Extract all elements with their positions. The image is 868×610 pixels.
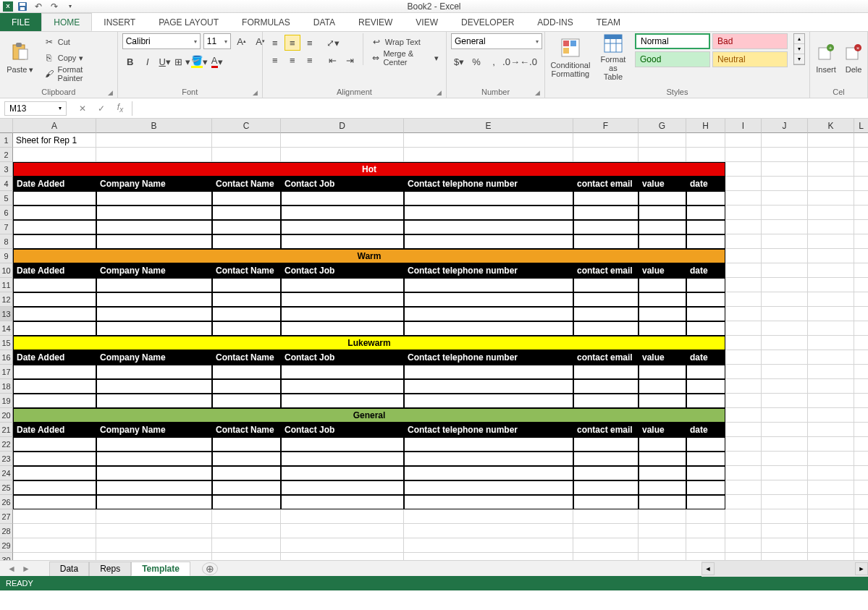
cell[interactable]	[686, 220, 725, 234]
cell[interactable]	[281, 437, 404, 452]
cell[interactable]	[639, 553, 686, 560]
cell-a1[interactable]: Sheet for Rep 1	[13, 133, 96, 148]
column-header-date-added[interactable]: Date Added	[13, 350, 96, 365]
cell[interactable]	[639, 133, 686, 148]
cell[interactable]	[404, 191, 573, 206]
cell[interactable]	[808, 206, 854, 220]
cell[interactable]	[404, 206, 573, 220]
cell[interactable]	[808, 336, 854, 350]
spreadsheet-grid[interactable]: ABCDEFGHIJKL 123456789101112131415161718…	[0, 119, 868, 560]
cell[interactable]	[725, 423, 762, 437]
cell[interactable]	[404, 466, 573, 480]
row-header-30[interactable]: 30	[0, 553, 13, 560]
cell[interactable]	[808, 452, 854, 466]
column-header-date[interactable]: date	[686, 177, 725, 191]
cell[interactable]	[96, 278, 212, 292]
row-header-25[interactable]: 25	[0, 480, 13, 495]
fx-button[interactable]: fx	[113, 101, 127, 116]
cell[interactable]	[762, 379, 808, 394]
cell[interactable]	[808, 191, 854, 206]
cell[interactable]	[686, 495, 725, 509]
cell[interactable]	[854, 206, 868, 220]
styles-scroll[interactable]: ▴▾▾	[793, 33, 805, 65]
cell[interactable]	[725, 350, 762, 365]
cell[interactable]	[854, 480, 868, 495]
cell[interactable]	[725, 538, 762, 553]
cell[interactable]	[573, 538, 639, 553]
ribbon-tab-insert[interactable]: INSERT	[92, 13, 147, 31]
cell[interactable]	[686, 148, 725, 162]
row-header-23[interactable]: 23	[0, 452, 13, 466]
col-header-J[interactable]: J	[762, 119, 808, 133]
sheet-tab-reps[interactable]: Reps	[89, 562, 131, 576]
section-band-hot[interactable]: Hot	[13, 162, 725, 177]
cell[interactable]	[281, 466, 404, 480]
cell[interactable]	[573, 206, 639, 220]
cell[interactable]	[725, 220, 762, 234]
cell[interactable]	[725, 553, 762, 560]
cell[interactable]	[404, 509, 573, 524]
cell[interactable]	[725, 452, 762, 466]
cell[interactable]	[854, 423, 868, 437]
cell[interactable]	[13, 278, 96, 292]
cell[interactable]	[639, 452, 686, 466]
row-header-13[interactable]: 13	[0, 307, 13, 321]
style-normal[interactable]: Normal	[635, 33, 710, 49]
cell[interactable]	[725, 336, 762, 350]
row-header-21[interactable]: 21	[0, 423, 13, 437]
cell[interactable]	[686, 321, 725, 336]
cell[interactable]	[762, 365, 808, 379]
row-header-6[interactable]: 6	[0, 206, 13, 220]
cell[interactable]	[686, 437, 725, 452]
cell[interactable]	[808, 538, 854, 553]
cell[interactable]	[212, 365, 281, 379]
column-header-contact-telephone-number[interactable]: Contact telephone number	[404, 177, 573, 191]
cell[interactable]	[281, 553, 404, 560]
row-header-16[interactable]: 16	[0, 350, 13, 365]
font-size-combo[interactable]: 11▾	[203, 33, 231, 49]
cell[interactable]	[762, 423, 808, 437]
cell[interactable]	[13, 394, 96, 408]
col-header-L[interactable]: L	[854, 119, 868, 133]
cell[interactable]	[725, 495, 762, 509]
align-middle-button[interactable]: ≡	[285, 35, 300, 51]
cell[interactable]	[686, 509, 725, 524]
row-header-10[interactable]: 10	[0, 263, 13, 278]
column-header-contact-name[interactable]: Contact Name	[212, 423, 281, 437]
ribbon-tab-home[interactable]: HOME	[41, 13, 92, 31]
cell[interactable]	[96, 538, 212, 553]
cell[interactable]	[686, 524, 725, 538]
column-header-contact-job[interactable]: Contact Job	[281, 263, 404, 278]
cell[interactable]	[404, 452, 573, 466]
cell[interactable]	[725, 234, 762, 249]
cell[interactable]	[686, 365, 725, 379]
cell[interactable]	[404, 379, 573, 394]
cell[interactable]	[13, 148, 96, 162]
cell[interactable]	[639, 394, 686, 408]
cell[interactable]	[13, 321, 96, 336]
cell[interactable]	[762, 452, 808, 466]
cell[interactable]	[762, 234, 808, 249]
row-header-11[interactable]: 11	[0, 278, 13, 292]
cell[interactable]	[573, 278, 639, 292]
cell[interactable]	[281, 292, 404, 307]
style-good[interactable]: Good	[635, 51, 710, 67]
cell[interactable]	[854, 538, 868, 553]
cell[interactable]	[96, 524, 212, 538]
cell[interactable]	[854, 263, 868, 278]
cell[interactable]	[808, 350, 854, 365]
cell[interactable]	[854, 321, 868, 336]
merge-center-button[interactable]: ⇔Merge & Center ▾	[368, 51, 442, 65]
percent-button[interactable]: %	[468, 54, 484, 69]
style-neutral[interactable]: Neutral	[712, 51, 788, 67]
cell[interactable]	[573, 220, 639, 234]
cell[interactable]	[212, 480, 281, 495]
cell[interactable]	[762, 307, 808, 321]
cell[interactable]	[854, 191, 868, 206]
cell[interactable]	[639, 220, 686, 234]
cell[interactable]	[725, 162, 762, 177]
row-header-17[interactable]: 17	[0, 365, 13, 379]
cell[interactable]	[96, 292, 212, 307]
cell[interactable]	[96, 206, 212, 220]
cell[interactable]	[96, 437, 212, 452]
